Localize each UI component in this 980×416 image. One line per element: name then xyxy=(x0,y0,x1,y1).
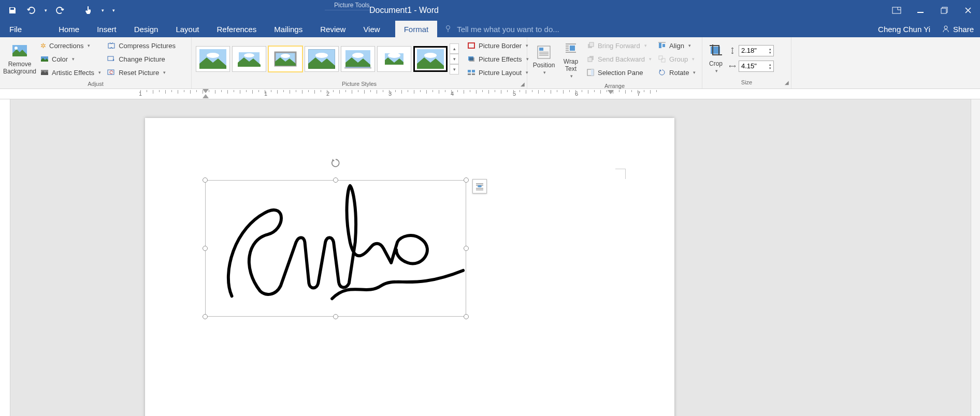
ribbon-display-options-button[interactable] xyxy=(885,0,909,21)
horizontal-ruler[interactable]: 1 1 2 3 4 5 6 7 xyxy=(0,89,980,99)
style-thumb-1[interactable] xyxy=(196,46,230,72)
undo-more-button[interactable]: ▾ xyxy=(42,3,49,18)
style-thumb-6[interactable] xyxy=(377,46,411,72)
resize-handle-tl[interactable] xyxy=(203,177,208,183)
svg-rect-33 xyxy=(468,70,471,72)
resize-handle-tr[interactable] xyxy=(464,177,469,183)
reset-picture-button[interactable]: Reset Picture▾ xyxy=(105,66,178,79)
crop-label: Crop xyxy=(709,60,723,67)
document-canvas[interactable] xyxy=(10,99,971,416)
resize-handle-l[interactable] xyxy=(203,246,208,251)
selected-picture[interactable] xyxy=(205,180,466,317)
resize-handle-t[interactable] xyxy=(333,177,338,183)
resize-handle-r[interactable] xyxy=(464,246,469,251)
style-thumb-4[interactable] xyxy=(305,46,339,72)
picture-styles-launcher[interactable]: ◢ xyxy=(521,81,525,87)
svg-rect-40 xyxy=(539,53,549,54)
remove-background-button[interactable]: Remove Background xyxy=(3,39,36,79)
selection-pane-button[interactable]: Selection Pane xyxy=(584,66,654,79)
height-input[interactable]: 2.18"▴▾ xyxy=(739,45,774,56)
rotation-handle[interactable] xyxy=(330,157,341,169)
close-button[interactable] xyxy=(956,0,980,21)
artistic-effects-label: Artistic Effects xyxy=(52,69,94,77)
tab-insert[interactable]: Insert xyxy=(88,21,125,37)
resize-handle-b[interactable] xyxy=(333,314,338,319)
svg-point-4 xyxy=(446,26,450,29)
qat-customize-button[interactable]: ▾ xyxy=(110,3,117,18)
resize-handle-br[interactable] xyxy=(464,314,469,319)
crop-button[interactable]: Crop▾ xyxy=(705,39,726,77)
svg-rect-41 xyxy=(539,55,549,56)
undo-button[interactable] xyxy=(24,3,38,18)
tab-view[interactable]: View xyxy=(354,21,388,37)
minimize-button[interactable] xyxy=(909,0,932,21)
first-line-indent-marker[interactable] xyxy=(203,94,209,98)
style-thumb-3[interactable] xyxy=(268,46,302,72)
tab-layout[interactable]: Layout xyxy=(167,21,208,37)
restore-button[interactable] xyxy=(932,0,956,21)
picture-layout-button[interactable]: Picture Layout▾ xyxy=(465,66,531,79)
hanging-indent-marker[interactable] xyxy=(203,89,209,93)
position-button[interactable]: Position▾ xyxy=(530,39,557,81)
tab-design[interactable]: Design xyxy=(125,21,167,37)
width-down[interactable]: ▾ xyxy=(769,66,771,70)
tab-references[interactable]: References xyxy=(208,21,265,37)
style-thumb-5[interactable] xyxy=(341,46,375,72)
height-icon xyxy=(728,47,737,55)
user-name[interactable]: Cheng Chun Yi xyxy=(873,21,935,37)
quick-access-toolbar: ▾ ▾ ▾ xyxy=(0,3,122,18)
share-button[interactable]: Share xyxy=(935,21,980,37)
svg-rect-55 xyxy=(662,44,665,47)
width-up[interactable]: ▴ xyxy=(769,63,771,66)
picture-effects-button[interactable]: Picture Effects▾ xyxy=(465,53,531,65)
svg-rect-44 xyxy=(570,46,575,51)
group-adjust-label: Adjust xyxy=(0,81,191,88)
svg-rect-43 xyxy=(566,46,569,47)
compress-pictures-button[interactable]: Compress Pictures xyxy=(105,39,178,52)
picture-content[interactable] xyxy=(205,180,466,317)
svg-rect-45 xyxy=(566,48,569,49)
gallery-down-button[interactable]: ▾ xyxy=(450,54,459,64)
width-value: 4.15" xyxy=(741,62,757,70)
margin-corner-marker xyxy=(615,169,626,179)
align-button[interactable]: Align▾ xyxy=(656,39,698,52)
gallery-up-button[interactable]: ▴ xyxy=(450,43,459,54)
corrections-button[interactable]: ✲Corrections▾ xyxy=(38,39,103,52)
redo-button[interactable] xyxy=(53,3,67,18)
tell-me-placeholder: Tell me what you want to do... xyxy=(457,25,559,34)
change-picture-button[interactable]: Change Picture xyxy=(105,53,178,65)
page[interactable] xyxy=(145,118,674,416)
touch-mode-button[interactable] xyxy=(81,3,95,18)
height-down[interactable]: ▾ xyxy=(769,51,771,54)
resize-handle-bl[interactable] xyxy=(203,314,208,319)
touch-mode-more-button[interactable]: ▾ xyxy=(99,3,106,18)
tab-mailings[interactable]: Mailings xyxy=(265,21,311,37)
save-button[interactable] xyxy=(5,3,20,18)
vertical-scrollbar[interactable] xyxy=(971,99,980,416)
style-thumb-2[interactable] xyxy=(232,46,266,72)
svg-point-29 xyxy=(424,53,437,58)
style-thumb-7[interactable] xyxy=(413,46,448,72)
layout-options-button[interactable] xyxy=(472,179,487,194)
color-button[interactable]: Color▾ xyxy=(38,53,103,65)
picture-border-button[interactable]: Picture Border▾ xyxy=(465,39,531,52)
group-picture-styles-label: Picture Styles◢ xyxy=(192,81,527,88)
size-launcher[interactable]: ◢ xyxy=(785,80,789,85)
rotate-button[interactable]: Rotate▾ xyxy=(656,66,698,79)
gallery-more-button[interactable]: ▾ xyxy=(450,64,459,75)
tab-file[interactable]: File xyxy=(0,21,31,37)
tell-me-search[interactable]: Tell me what you want to do... xyxy=(437,21,873,37)
tab-format[interactable]: Format xyxy=(395,21,438,37)
svg-rect-34 xyxy=(472,70,475,72)
wrap-text-button[interactable]: Wrap Text▾ xyxy=(559,39,582,81)
tab-home[interactable]: Home xyxy=(50,21,88,37)
vertical-ruler[interactable] xyxy=(0,99,10,416)
height-up[interactable]: ▴ xyxy=(769,47,771,51)
picture-styles-gallery[interactable]: ▴ ▾ ▾ xyxy=(195,39,460,79)
width-input[interactable]: 4.15"▴▾ xyxy=(739,61,774,72)
group-arrange: Position▾ Wrap Text▾ Bring Forward▾ Send… xyxy=(527,37,702,88)
gallery-scroll: ▴ ▾ ▾ xyxy=(450,43,459,75)
artistic-effects-button[interactable]: Artistic Effects▾ xyxy=(38,66,103,79)
tab-review[interactable]: Review xyxy=(311,21,354,37)
svg-rect-46 xyxy=(566,50,569,51)
